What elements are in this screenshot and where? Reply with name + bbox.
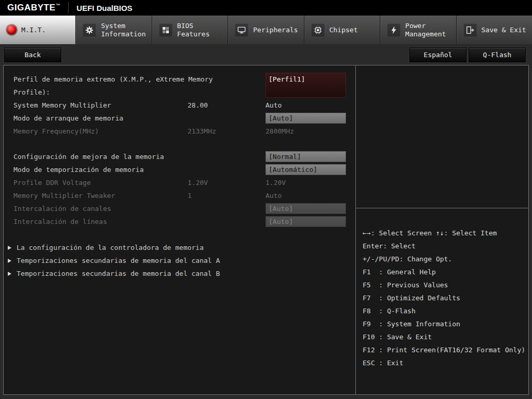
setting-current-value: 1.20V — [188, 179, 265, 187]
setting-row: Intercalación de canales[Auto] — [4, 202, 355, 215]
submenu-item[interactable]: Temporizaciones secundarias de memoria d… — [4, 267, 355, 280]
setting-label: Profile DDR Voltage — [14, 176, 188, 189]
key-help-line: F5 : Previous Values — [363, 281, 526, 294]
setting-row[interactable]: Modo de temporización de memoria[Automát… — [4, 163, 355, 176]
setting-label: Modo de arranque de memoria — [14, 112, 188, 125]
tab-label: M.I.T. — [21, 26, 46, 34]
submenu-list: La configuración de la controladora de m… — [4, 241, 355, 280]
grid-icon — [159, 23, 172, 37]
setting-row[interactable]: Modo de arranque de memoria[Auto] — [4, 112, 355, 125]
setting-current-value: 1 — [188, 192, 265, 200]
tab-label: Save & Exit — [482, 26, 526, 34]
tab-chipset[interactable]: Chipset — [304, 16, 380, 44]
help-panel: ←→: Select Screen ↑↓: Select ItemEnter: … — [355, 65, 528, 394]
trademark-symbol: ™ — [56, 3, 61, 8]
key-help-line: ESC : Exit — [363, 359, 526, 372]
setting-label: Perfil de memoria extremo (X.M.P., eXtre… — [14, 73, 265, 99]
submenu-label: Temporizaciones secundarias de memoria d… — [17, 257, 220, 264]
tab-label: System Information — [101, 22, 145, 38]
back-button[interactable]: Back — [4, 47, 61, 62]
firmware-title: UEFI DualBIOS — [76, 4, 132, 12]
setting-value[interactable]: [Auto] — [265, 113, 346, 124]
key-help-line: ←→: Select Screen ↑↓: Select Item — [363, 229, 526, 242]
setting-value[interactable]: [Perfil1] — [265, 73, 346, 98]
bios-screen: GIGABYTE™ UEFI DualBIOS M.I.T.System Inf… — [0, 0, 532, 399]
key-help-line: F10 : Save & Exit — [363, 333, 526, 346]
key-help-line: F8 : Q-Flash — [363, 307, 526, 320]
setting-row: Memory Frequency(MHz)2133MHz2800MHz — [4, 125, 355, 138]
setting-value: 1.20V — [265, 179, 346, 187]
setting-label: Memory Multiplier Tweaker — [14, 189, 188, 202]
tab-power-management[interactable]: Power Management — [380, 16, 456, 44]
setting-row[interactable]: Perfil de memoria extremo (X.M.P., eXtre… — [4, 73, 355, 99]
gigabyte-logo: GIGABYTE™ — [7, 3, 60, 13]
key-help-line: F7 : Optimized Defaults — [363, 294, 526, 307]
key-help-line: F1 : General Help — [363, 268, 526, 281]
setting-label: System Memory Multiplier — [14, 99, 188, 112]
key-help-line: F9 : System Information — [363, 320, 526, 333]
submenu-label: La configuración de la controladora de m… — [17, 244, 204, 251]
tab-save-exit[interactable]: Save & Exit — [457, 16, 532, 44]
setting-current-value: 28.00 — [188, 101, 265, 109]
mit-orb-icon — [7, 25, 17, 35]
setting-label: Memory Frequency(MHz) — [14, 125, 188, 138]
setting-label: Intercalación de canales — [14, 202, 188, 215]
submenu-arrow-icon — [8, 272, 11, 276]
main-panel: Perfil de memoria extremo (X.M.P., eXtre… — [3, 65, 529, 395]
setting-value: Auto — [265, 192, 346, 200]
tab-peripherals[interactable]: Peripherals — [228, 16, 304, 44]
key-help-line: F12 : Print Screen(FAT16/32 Format Only) — [363, 346, 526, 359]
setting-row: Memory Multiplier Tweaker1Auto — [4, 189, 355, 202]
setting-row[interactable]: System Memory Multiplier28.00Auto — [4, 99, 355, 112]
submenu-item[interactable]: Temporizaciones secundarias de memoria d… — [4, 254, 355, 267]
setting-value: 2800MHz — [265, 127, 346, 135]
settings-panel: Perfil de memoria extremo (X.M.P., eXtre… — [4, 65, 355, 394]
submenu-label: Temporizaciones secundarias de memoria d… — [17, 270, 220, 277]
item-help-box — [356, 65, 528, 208]
tab-label: Peripherals — [253, 26, 298, 34]
submenu-arrow-icon — [8, 246, 11, 250]
power-icon — [387, 23, 401, 37]
settings-list: Perfil de memoria extremo (X.M.P., eXtre… — [4, 73, 355, 228]
setting-label: Intercalación de líneas — [14, 215, 188, 228]
setting-row[interactable]: Configuración de mejora de la memoria[No… — [4, 150, 355, 163]
key-help-line: +/-/PU/PD: Change Opt. — [363, 255, 526, 268]
key-help-line: Enter: Select — [363, 242, 526, 255]
exit-icon — [463, 23, 477, 37]
tab-label: BIOS Features — [177, 22, 210, 38]
monitor-icon — [235, 23, 248, 37]
setting-value[interactable]: Auto — [265, 101, 346, 109]
setting-row: Profile DDR Voltage1.20V1.20V — [4, 176, 355, 189]
setting-value: [Auto] — [265, 216, 346, 227]
tab-mit[interactable]: M.I.T. — [0, 16, 76, 44]
toolbar: Back Español Q-Flash — [0, 44, 532, 65]
topbar: GIGABYTE™ UEFI DualBIOS — [0, 0, 532, 16]
submenu-item[interactable]: La configuración de la controladora de m… — [4, 241, 355, 254]
setting-value[interactable]: [Normal] — [265, 151, 346, 162]
setting-label: Configuración de mejora de la memoria — [14, 150, 188, 163]
topbar-divider — [68, 2, 69, 14]
qflash-button[interactable]: Q-Flash — [469, 47, 526, 62]
setting-value[interactable]: [Automático] — [265, 164, 346, 175]
tab-bar: M.I.T.System InformationBIOS FeaturesPer… — [0, 16, 532, 44]
setting-value: [Auto] — [265, 203, 346, 214]
setting-current-value: 2133MHz — [188, 127, 265, 135]
tab-bios-features[interactable]: BIOS Features — [152, 16, 228, 44]
language-button[interactable]: Español — [409, 47, 467, 62]
tab-label: Power Management — [405, 22, 446, 38]
submenu-arrow-icon — [8, 259, 11, 263]
key-help-list: ←→: Select Screen ↑↓: Select ItemEnter: … — [356, 208, 528, 372]
tab-label: Chipset — [329, 26, 358, 34]
tab-system-information[interactable]: System Information — [76, 16, 152, 44]
setting-row: Intercalación de líneas[Auto] — [4, 215, 355, 228]
setting-label: Modo de temporización de memoria — [14, 163, 188, 176]
gear-icon — [83, 23, 96, 37]
chip-icon — [311, 23, 325, 37]
